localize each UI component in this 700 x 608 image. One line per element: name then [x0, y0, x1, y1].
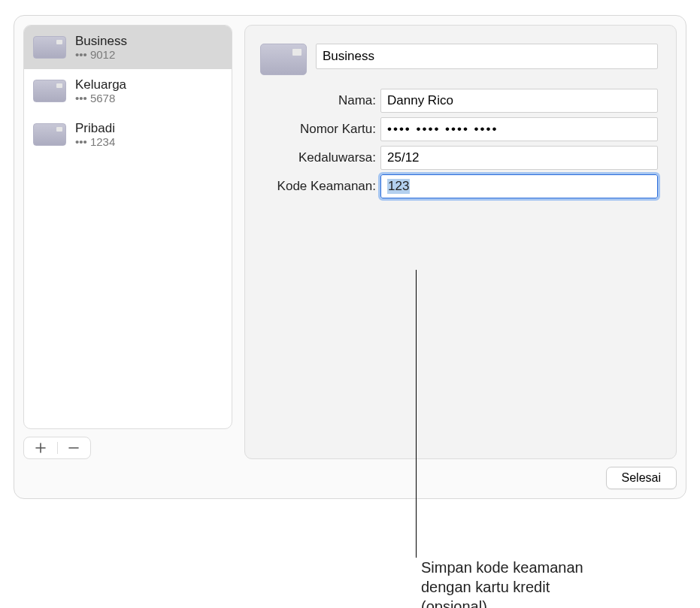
credit-card-icon: [260, 44, 307, 75]
field-label-code: Kode Keamanan:: [260, 179, 380, 194]
card-item-subtitle: ••• 1234: [75, 135, 115, 148]
credit-card-icon: [33, 80, 66, 102]
minus-icon: [68, 443, 79, 453]
add-button[interactable]: [24, 437, 57, 458]
card-list-item[interactable]: Keluarga ••• 5678: [24, 69, 232, 113]
security-code-value: 123: [387, 179, 410, 194]
field-label-name: Nama:: [260, 93, 380, 108]
plus-icon: [35, 443, 46, 453]
card-list: Business ••• 9012 Keluarga ••• 5678: [23, 25, 232, 429]
remove-button[interactable]: [58, 437, 91, 458]
field-label-expiry: Kedaluwarsa:: [260, 150, 380, 165]
expiry-input[interactable]: [380, 146, 658, 170]
bottom-bar: Selesai: [23, 459, 677, 489]
credit-card-icon: [33, 36, 66, 59]
security-code-input[interactable]: 123: [380, 174, 658, 198]
callout-text: Simpan kode keamanan dengan kartu kredit…: [421, 558, 617, 608]
card-item-subtitle: ••• 9012: [75, 48, 127, 61]
card-title-input[interactable]: [316, 44, 658, 69]
card-number-input[interactable]: [380, 117, 658, 141]
card-list-item[interactable]: Business ••• 9012: [24, 26, 232, 69]
credit-card-manager-window: Business ••• 9012 Keluarga ••• 5678: [14, 15, 686, 499]
done-button[interactable]: Selesai: [606, 467, 677, 489]
card-item-subtitle: ••• 5678: [75, 92, 126, 104]
list-buttons: [23, 437, 91, 459]
credit-card-icon: [33, 123, 66, 146]
callout-leader-line: [416, 270, 417, 558]
sidebar: Business ••• 9012 Keluarga ••• 5678: [23, 25, 232, 459]
card-list-item[interactable]: Pribadi ••• 1234: [24, 113, 232, 156]
card-item-title: Pribadi: [75, 121, 115, 136]
detail-pane: Nama: Nomor Kartu: Kedaluwarsa: Kode Kea…: [244, 25, 677, 459]
field-label-number: Nomor Kartu:: [260, 122, 380, 137]
card-item-title: Keluarga: [75, 77, 126, 92]
card-item-title: Business: [75, 34, 127, 49]
name-input[interactable]: [380, 89, 658, 113]
